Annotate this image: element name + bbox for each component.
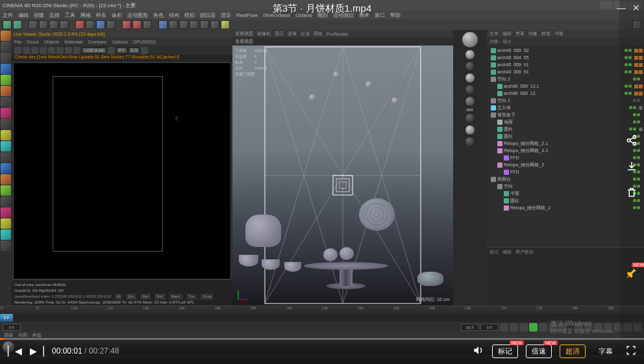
pin-icon[interactable]: NEW [625, 266, 638, 280]
play-icon[interactable] [529, 323, 538, 332]
perspective-viewport[interactable]: 三角形 742141 四边形 0 线条 0 总计 742141 完成三角面 网格… [232, 46, 453, 306]
pt-val[interactable]: 0.3 [129, 47, 140, 53]
om-tab[interactable]: 查看 [515, 31, 525, 37]
material-preview[interactable] [465, 84, 475, 95]
lv-channel-icon[interactable] [108, 47, 115, 54]
lv-clay-icon[interactable] [65, 47, 72, 54]
select-tool-icon[interactable] [29, 20, 38, 29]
stat-btn[interactable]: III [115, 294, 122, 300]
move-tool-icon[interactable] [39, 20, 48, 29]
stat-btn[interactable]: Tn+ [186, 294, 197, 300]
om-subtab[interactable]: 对象 [489, 38, 499, 45]
material-preview[interactable] [465, 73, 475, 83]
start-frame[interactable]: 0 F [3, 324, 21, 331]
lv-picker-icon[interactable] [56, 47, 64, 54]
material-preview[interactable] [465, 61, 475, 72]
rotate-tool-icon[interactable] [60, 20, 69, 29]
menu-item[interactable]: 动画 [169, 12, 179, 19]
spline-icon[interactable] [169, 20, 178, 29]
vp-tab[interactable]: ProRender [327, 32, 349, 36]
mark-button[interactable]: 标记NEW [492, 344, 518, 358]
prev-frame-icon[interactable] [519, 323, 528, 332]
camera-icon[interactable] [210, 20, 219, 29]
menu-item[interactable]: 角色 [153, 12, 164, 19]
progress-track[interactable] [0, 338, 644, 340]
stat-btn[interactable]: Est. [126, 294, 136, 300]
lv-stop-icon[interactable] [23, 47, 30, 54]
vp-tab[interactable]: 显示 [275, 31, 284, 37]
om-subtab[interactable]: 场次 [502, 38, 512, 45]
material-preview[interactable] [465, 125, 475, 135]
tool-icon[interactable] [1, 163, 11, 174]
menu-item[interactable]: 编辑 [18, 12, 29, 19]
om-tab[interactable]: 对象 [528, 31, 538, 37]
vp-tab[interactable]: 过滤 [301, 31, 310, 37]
lv-tab[interactable]: Objects [44, 40, 60, 44]
win-min-icon[interactable] [600, 1, 613, 9]
lv-region-icon[interactable] [73, 47, 80, 54]
menu-item[interactable]: 创建 [34, 12, 44, 19]
menu-item[interactable]: 体积 [112, 12, 122, 19]
material-preview[interactable] [462, 31, 478, 48]
polygon-mode-icon[interactable] [1, 86, 11, 96]
menu-item[interactable]: 帮助 [390, 12, 401, 19]
speed-button[interactable]: 倍速NEW [526, 344, 552, 358]
timeline-ruler[interactable]: 051015202530354045505560657075808590 [0, 306, 644, 314]
material-preview[interactable] [465, 49, 475, 60]
menu-item[interactable]: 样条 [96, 12, 106, 19]
share-icon[interactable] [625, 134, 638, 147]
menu-item[interactable]: 跟踪器 [200, 12, 216, 19]
quality-button[interactable]: 超清 [560, 344, 586, 358]
attr-tab[interactable]: 用户数据 [515, 249, 534, 255]
menu-item[interactable]: 工具 [65, 12, 75, 19]
stat-btn[interactable]: Snap [201, 294, 214, 300]
end-frame[interactable]: 90 F [461, 324, 479, 331]
goto-start-icon[interactable] [500, 323, 508, 332]
tool-icon[interactable] [1, 174, 11, 185]
environment-icon[interactable] [200, 20, 209, 29]
attr-tab[interactable]: 编辑 [502, 249, 512, 255]
undo-icon[interactable] [3, 20, 12, 29]
viewport-solo-icon[interactable] [1, 141, 11, 151]
menu-item[interactable]: 选择 [49, 12, 60, 19]
vp-tab[interactable]: 选项 [288, 31, 297, 37]
lv-tab[interactable]: Materials [64, 40, 82, 44]
lv-play-icon[interactable] [14, 47, 21, 54]
render-region-icon[interactable] [132, 20, 142, 29]
model-mode-icon[interactable] [1, 42, 11, 52]
pt-select[interactable]: PT [116, 47, 127, 53]
close-icon[interactable]: ✕ [632, 3, 640, 13]
menu-item[interactable]: 运动图形 [127, 12, 148, 19]
y-axis-icon[interactable] [86, 20, 95, 29]
lv-lock-icon[interactable] [48, 47, 55, 54]
om-tab[interactable]: 书签 [554, 31, 564, 37]
download-icon[interactable] [625, 160, 638, 173]
light-icon[interactable] [221, 20, 230, 29]
point-mode-icon[interactable] [1, 64, 11, 74]
tool-icon[interactable] [1, 152, 11, 162]
lv-settings-icon[interactable] [141, 47, 148, 54]
next-video-icon[interactable]: ▶▕ [30, 346, 44, 356]
tool-icon[interactable] [1, 185, 11, 196]
menu-item[interactable]: 文件 [3, 12, 13, 19]
timeline-playhead[interactable]: 0 F [0, 314, 13, 322]
delete-icon[interactable] [625, 186, 638, 199]
lv-tab[interactable]: GPUSMSG [133, 40, 156, 44]
fullscreen-icon[interactable] [626, 345, 636, 358]
menu-item[interactable]: RealFlow [236, 12, 258, 18]
stat-btn[interactable]: Ref. [155, 294, 166, 300]
tool-icon[interactable] [1, 229, 11, 240]
material-preview-mix[interactable] [465, 96, 475, 107]
vp-tab[interactable]: 面板 [314, 31, 323, 37]
minimize-icon[interactable]: — [617, 3, 626, 13]
tool-icon[interactable] [1, 207, 11, 218]
stat-btn[interactable]: Ref [140, 294, 150, 300]
timeline-slider[interactable]: 0 F [0, 314, 644, 322]
tool-icon[interactable] [1, 240, 11, 251]
z-axis-icon[interactable] [96, 20, 105, 29]
om-tab[interactable]: 标签 [541, 31, 551, 37]
subtitle-button[interactable]: 字幕 [593, 345, 618, 358]
volume-icon[interactable] [473, 344, 484, 358]
next-frame-icon[interactable] [539, 323, 547, 332]
cube-icon[interactable] [158, 20, 167, 29]
